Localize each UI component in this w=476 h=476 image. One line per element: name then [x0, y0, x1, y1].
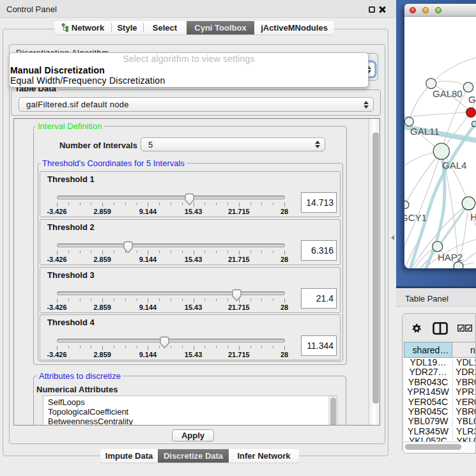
svg-text:GA: GA [468, 94, 476, 105]
svg-text:GAL11: GAL11 [410, 126, 440, 137]
svg-text:GCY1: GCY1 [404, 212, 427, 223]
svg-text:GAL4: GAL4 [442, 160, 466, 171]
svg-text:C: C [471, 118, 476, 129]
svg-text:H: H [470, 211, 476, 222]
svg-text:HAP2: HAP2 [438, 252, 463, 263]
svg-text:GAL80: GAL80 [433, 88, 463, 99]
